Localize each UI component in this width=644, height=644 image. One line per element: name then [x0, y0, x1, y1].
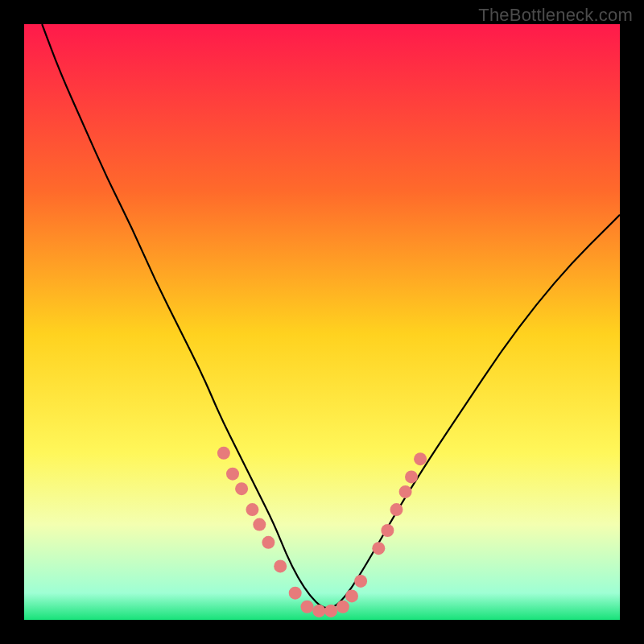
marker-point: [372, 542, 385, 555]
marker-point: [390, 503, 403, 516]
marker-point: [336, 601, 349, 613]
marker-point: [226, 468, 239, 481]
marker-point: [301, 601, 314, 613]
marker-point: [253, 518, 266, 531]
marker-point: [345, 589, 358, 602]
marker-point: [405, 470, 418, 483]
chart-svg: [24, 24, 620, 620]
marker-point: [399, 485, 412, 498]
chart-frame: TheBottleneck.com: [0, 0, 644, 644]
marker-point: [274, 559, 287, 572]
marker-point: [312, 605, 325, 617]
marker-point: [354, 575, 367, 588]
plot-area: [24, 24, 620, 620]
marker-point: [414, 452, 427, 465]
marker-point: [324, 605, 337, 617]
watermark-text: TheBottleneck.com: [478, 5, 633, 26]
marker-point: [381, 524, 394, 537]
marker-point: [262, 536, 275, 549]
marker-point: [217, 447, 230, 460]
marker-point: [246, 503, 258, 516]
gradient-background: [24, 24, 620, 620]
marker-point: [289, 587, 302, 600]
marker-point: [235, 482, 248, 495]
